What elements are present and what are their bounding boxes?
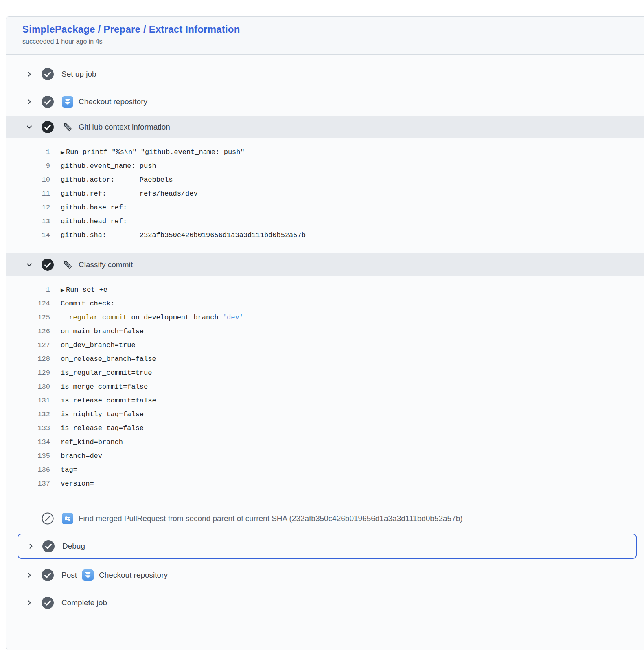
log-line: 129is_regular_commit=true (6, 366, 644, 380)
log-line-number[interactable]: 9 (6, 162, 50, 170)
log-line-number[interactable]: 137 (6, 480, 50, 488)
log-line-text: version= (61, 480, 94, 488)
job-title[interactable]: SimplePackage / Prepare / Extract Inform… (22, 24, 628, 35)
log-line-number[interactable]: 130 (6, 383, 50, 391)
log-line: 130is_merge_commit=false (6, 380, 644, 393)
step-label: Debug (62, 542, 85, 551)
step-set-up-job[interactable]: Set up job (6, 60, 644, 88)
check-circle-icon (41, 121, 54, 134)
check-circle-icon (41, 68, 54, 81)
chevron-right-icon[interactable] (26, 99, 33, 105)
log-line: 134ref_kind=branch (6, 435, 644, 449)
job-log-card: SimplePackage / Prepare / Extract Inform… (6, 16, 644, 650)
log-line: 14github.sha: 232afb350c426b019656d1a3a3… (6, 228, 644, 242)
log-line-number[interactable]: 129 (6, 369, 50, 377)
step-complete-job[interactable]: Complete job (6, 589, 644, 617)
log-line: 136tag= (6, 463, 644, 477)
log-github-context: 1▶ Run printf "%s\n" "github.event_name:… (6, 138, 644, 253)
step-label-prefix: Post (61, 571, 77, 580)
step-label: Set up job (61, 70, 96, 79)
log-line-number[interactable]: 132 (6, 411, 50, 418)
step-find-merged-pullrequest: Find merged PullRequest from second pare… (6, 506, 644, 531)
log-line: 12github.base_ref: (6, 200, 644, 214)
pencil-icon (61, 121, 74, 133)
log-line-number[interactable]: 1 (6, 148, 50, 156)
pencil-icon (61, 259, 74, 271)
step-label: Find merged PullRequest from second pare… (79, 514, 463, 523)
log-line-text: Commit check: (61, 300, 115, 308)
log-line: 131is_release_commit=false (6, 393, 644, 407)
skipped-icon (41, 512, 54, 525)
log-line-text: is_nightly_tag=false (61, 411, 144, 418)
log-line-text: branch=dev (61, 452, 102, 460)
chevron-right-icon[interactable] (26, 71, 33, 77)
log-line-text: github.ref: refs/heads/dev (61, 190, 198, 198)
chevron-right-icon[interactable] (26, 572, 33, 578)
step-label: Classify commit (79, 260, 133, 269)
log-line: 9github.event_name: push (6, 159, 644, 173)
log-line-number[interactable]: 13 (6, 218, 50, 225)
step-label: Checkout repository (99, 571, 168, 580)
log-line-number[interactable]: 124 (6, 300, 50, 308)
log-line-text: is_release_commit=false (61, 397, 156, 404)
log-line: 13github.head_ref: (6, 214, 644, 228)
log-line-number[interactable]: 125 (6, 314, 50, 321)
log-line-text: github.base_ref: (61, 204, 127, 211)
log-line-number[interactable]: 133 (6, 424, 50, 432)
chevron-right-icon[interactable] (27, 543, 35, 549)
log-line-number[interactable]: 10 (6, 176, 50, 184)
step-checkout-repository[interactable]: Checkout repository (6, 88, 644, 116)
step-classify-commit[interactable]: Classify commit (6, 253, 644, 276)
step-debug[interactable]: Debug (18, 534, 637, 559)
step-label: Complete job (61, 598, 107, 607)
checkout-icon (82, 569, 94, 581)
step-post-checkout-repository[interactable]: Post Checkout repository (6, 561, 644, 589)
log-line: 124Commit check: (6, 297, 644, 310)
log-line: 1▶ Run set +e (6, 283, 644, 297)
log-line-number[interactable]: 128 (6, 355, 50, 363)
log-line-number[interactable]: 131 (6, 397, 50, 404)
log-line-text: on_main_branch=false (61, 327, 144, 335)
log-line-number[interactable]: 12 (6, 204, 50, 211)
log-line-text: on_release_branch=false (61, 355, 156, 363)
log-line: 133is_release_tag=false (6, 421, 644, 435)
log-line-text: is_release_tag=false (61, 424, 144, 432)
log-line-text: regular commit on development branch 'de… (61, 314, 243, 321)
log-line-text: is_merge_commit=false (61, 383, 148, 391)
log-line-text: on_dev_branch=true (61, 341, 136, 349)
log-line-text: is_regular_commit=true (61, 369, 152, 377)
log-line-number[interactable]: 11 (6, 190, 50, 198)
check-circle-icon (41, 596, 54, 609)
job-header: SimplePackage / Prepare / Extract Inform… (6, 17, 644, 55)
chevron-right-icon[interactable] (26, 600, 33, 606)
log-line: 132is_nightly_tag=false (6, 407, 644, 421)
log-line-text: github.actor: Paebbels (61, 176, 173, 184)
step-label: Checkout repository (79, 97, 147, 106)
chevron-down-icon[interactable] (26, 124, 33, 130)
log-line-number[interactable]: 134 (6, 438, 50, 446)
log-line: 126on_main_branch=false (6, 324, 644, 338)
log-line: 137version= (6, 477, 644, 490)
log-line-text: github.head_ref: (61, 218, 127, 225)
log-line-number[interactable]: 126 (6, 327, 50, 335)
log-line: 11github.ref: refs/heads/dev (6, 187, 644, 200)
log-line: 127on_dev_branch=true (6, 338, 644, 352)
step-label: GitHub context information (79, 123, 170, 132)
log-classify-commit: 1▶ Run set +e124Commit check:125 regular… (6, 276, 644, 502)
log-line-number[interactable]: 1 (6, 286, 50, 294)
log-line-number[interactable]: 136 (6, 466, 50, 474)
log-line-number[interactable]: 135 (6, 452, 50, 460)
check-circle-icon (41, 569, 54, 582)
check-circle-icon (42, 540, 55, 553)
log-line-text: ▶ Run printf "%s\n" "github.event_name: … (61, 148, 245, 156)
log-line-number[interactable]: 14 (6, 231, 50, 239)
chevron-down-icon[interactable] (26, 261, 33, 268)
log-line-text: tag= (61, 466, 77, 474)
log-line-text: ref_kind=branch (61, 438, 123, 446)
step-github-context-information[interactable]: GitHub context information (6, 116, 644, 138)
log-line-number[interactable]: 127 (6, 341, 50, 349)
log-line-text: github.event_name: push (61, 162, 156, 170)
log-line: 10github.actor: Paebbels (6, 173, 644, 187)
check-circle-icon (41, 258, 54, 271)
repeat-icon (61, 512, 74, 525)
